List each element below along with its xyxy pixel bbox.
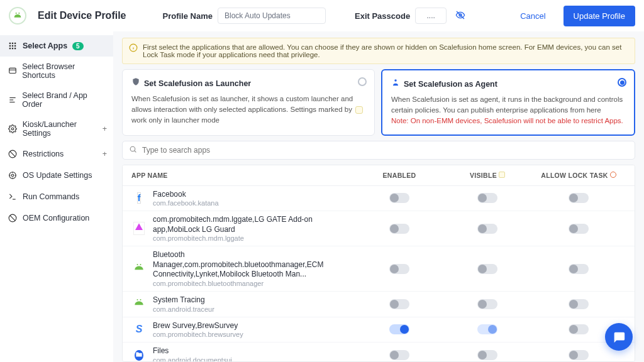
app-icon bbox=[131, 221, 147, 236]
lock-task-toggle[interactable] bbox=[569, 224, 589, 234]
table-row: Filescom.android.documentsui bbox=[123, 343, 635, 362]
app-package: com.facebook.katana bbox=[153, 199, 219, 207]
agent-desc: When Scalefusion is set as agent, it run… bbox=[391, 94, 625, 116]
launcher-only-indicator-icon bbox=[499, 172, 505, 178]
lock-task-toggle[interactable] bbox=[569, 299, 589, 309]
exit-passcode-label: Exit Passcode bbox=[355, 11, 410, 21]
enabled-toggle[interactable] bbox=[389, 264, 409, 274]
brand-icon bbox=[9, 7, 26, 25]
sidebar-badge: 5 bbox=[72, 42, 84, 50]
svg-line-33 bbox=[135, 150, 136, 152]
app-cell: Filescom.android.documentsui bbox=[131, 346, 355, 362]
col-visible: VISIBLE bbox=[443, 172, 531, 179]
app-cell: System Tracingcom.android.traceur bbox=[131, 295, 355, 313]
visible-toggle[interactable] bbox=[477, 324, 497, 334]
agent-mode-card[interactable]: Set Scalefusion as Agent When Scalefusio… bbox=[381, 69, 635, 136]
sidebar-item-label: Select Apps bbox=[23, 41, 67, 50]
app-search-bar[interactable] bbox=[122, 141, 635, 160]
top-bar: Edit Device Profile Profile Name Exit Pa… bbox=[0, 0, 644, 31]
app-name: Brew Survey,BrewSurvey bbox=[153, 321, 243, 331]
app-package: com.promobitech.bluetoothmanager bbox=[153, 280, 355, 287]
exit-passcode-group: Exit Passcode bbox=[355, 8, 465, 24]
sidebar: Select Apps5Select Browser ShortcutsSele… bbox=[0, 31, 113, 362]
svg-point-36 bbox=[137, 299, 138, 300]
sidebar-icon bbox=[8, 95, 17, 105]
visible-toggle[interactable] bbox=[477, 224, 497, 234]
sidebar-item-select-brand-app-order[interactable]: Select Brand / App Order bbox=[0, 85, 113, 114]
sidebar-icon bbox=[8, 170, 18, 180]
sidebar-item-label: Select Brand / App Order bbox=[22, 91, 106, 109]
app-package: com.android.documentsui bbox=[153, 356, 232, 362]
expand-icon[interactable]: + bbox=[103, 124, 107, 133]
visible-toggle[interactable] bbox=[477, 193, 497, 203]
table-header: APP NAME ENABLED VISIBLE ALLOW LOCK TASK bbox=[123, 165, 635, 186]
cancel-button[interactable]: Cancel bbox=[514, 8, 552, 25]
table-row: Bluetooth Manager,com.promobitech.blueto… bbox=[123, 246, 635, 292]
app-package: com.android.traceur bbox=[153, 305, 214, 313]
app-icon bbox=[131, 261, 147, 277]
app-table: APP NAME ENABLED VISIBLE ALLOW LOCK TASK… bbox=[122, 165, 635, 363]
lock-task-toggle[interactable] bbox=[569, 350, 589, 360]
sidebar-item-restrictions[interactable]: Restrictions+ bbox=[0, 143, 113, 165]
expand-icon[interactable]: + bbox=[103, 150, 107, 158]
app-icon bbox=[131, 348, 147, 362]
exit-passcode-input[interactable] bbox=[415, 8, 447, 24]
enabled-toggle[interactable] bbox=[389, 193, 409, 203]
visible-toggle[interactable] bbox=[477, 350, 497, 360]
app-package: com.promobitech.mdm.lggate bbox=[153, 234, 355, 242]
svg-rect-6 bbox=[12, 45, 13, 47]
svg-rect-8 bbox=[9, 48, 11, 49]
svg-point-31 bbox=[394, 79, 397, 81]
sidebar-item-label: Run Commands bbox=[23, 192, 79, 201]
chat-fab[interactable] bbox=[605, 323, 633, 351]
agent-icon bbox=[391, 78, 400, 90]
svg-rect-2 bbox=[9, 43, 11, 44]
sidebar-item-label: OEM Configuration bbox=[23, 214, 89, 222]
app-package: com.promobitech.brewsurvey bbox=[153, 331, 243, 338]
sidebar-item-select-apps[interactable]: Select Apps5 bbox=[0, 35, 113, 57]
launcher-mode-card[interactable]: Set Scalefusion as Launcher When Scalefu… bbox=[122, 69, 375, 136]
launcher-radio[interactable] bbox=[358, 77, 367, 86]
enabled-toggle[interactable] bbox=[389, 324, 409, 334]
enabled-toggle[interactable] bbox=[389, 350, 409, 360]
sidebar-icon bbox=[8, 192, 18, 202]
shield-icon bbox=[131, 77, 140, 90]
enabled-toggle[interactable] bbox=[389, 224, 409, 234]
lock-task-toggle[interactable] bbox=[569, 264, 589, 274]
sidebar-item-os-update-settings[interactable]: OS Update Settings bbox=[0, 165, 113, 186]
lock-task-indicator-icon bbox=[610, 172, 616, 178]
main-content: First select the applications that are a… bbox=[113, 31, 644, 362]
lock-task-toggle[interactable] bbox=[569, 193, 589, 203]
sidebar-item-kiosk-launcher-settings[interactable]: Kiosk/Launcher Settings+ bbox=[0, 114, 113, 143]
table-row: System Tracingcom.android.traceur bbox=[123, 292, 635, 317]
sidebar-icon bbox=[8, 213, 18, 223]
profile-name-input[interactable] bbox=[218, 8, 326, 24]
svg-point-35 bbox=[140, 264, 142, 265]
svg-point-16 bbox=[11, 128, 14, 130]
svg-rect-11 bbox=[9, 68, 16, 73]
table-row: SBrew Survey,BrewSurveycom.promobitech.b… bbox=[123, 317, 635, 343]
svg-point-37 bbox=[140, 299, 142, 300]
app-search-input[interactable] bbox=[142, 146, 628, 155]
app-icon: S bbox=[131, 322, 147, 337]
table-row: com.promobitech.mdm.lggate,LG GATE Add-o… bbox=[123, 211, 635, 246]
sidebar-item-label: Select Browser Shortcuts bbox=[22, 62, 106, 80]
search-icon bbox=[129, 145, 137, 155]
visible-toggle[interactable] bbox=[477, 299, 497, 309]
app-cell: Bluetooth Manager,com.promobitech.blueto… bbox=[131, 250, 355, 287]
sidebar-item-run-commands[interactable]: Run Commands bbox=[0, 186, 113, 207]
toggle-passcode-visibility-icon[interactable] bbox=[455, 10, 465, 22]
lock-task-toggle[interactable] bbox=[569, 324, 589, 334]
launcher-only-badge-icon bbox=[355, 106, 363, 114]
svg-rect-3 bbox=[12, 43, 13, 44]
enabled-toggle[interactable] bbox=[389, 299, 409, 309]
app-icon bbox=[131, 297, 147, 312]
visible-toggle[interactable] bbox=[477, 264, 497, 274]
info-icon bbox=[129, 43, 138, 53]
sidebar-item-oem-configuration[interactable]: OEM Configuration bbox=[0, 207, 113, 229]
agent-radio[interactable] bbox=[618, 78, 626, 87]
update-profile-button[interactable]: Update Profile bbox=[564, 6, 635, 26]
sidebar-item-select-browser-shortcuts[interactable]: Select Browser Shortcuts bbox=[0, 57, 113, 85]
sidebar-icon bbox=[8, 41, 18, 51]
svg-line-27 bbox=[10, 216, 15, 221]
